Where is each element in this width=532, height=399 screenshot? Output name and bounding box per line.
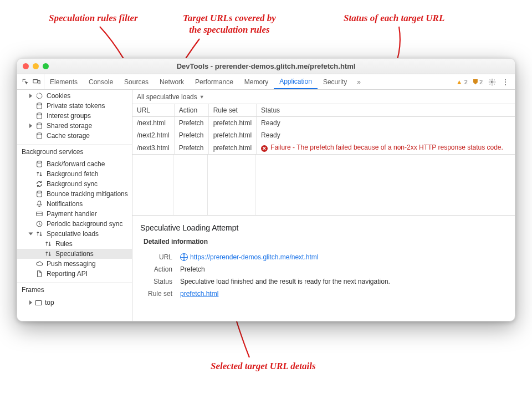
main-panel: All speculative loads ▼ URLActionRule se…: [132, 90, 515, 321]
inspect-icon[interactable]: [22, 78, 29, 86]
sidebar-item-label: Speculative loads: [47, 230, 99, 238]
table-cell-status: Ready: [257, 117, 515, 130]
table-cell-status: Ready: [257, 129, 515, 141]
sidebar-item-label: Shared storage: [47, 122, 92, 130]
tab-application[interactable]: Application: [274, 74, 318, 89]
sidebar-item-private-state-tokens[interactable]: Private state tokens: [17, 101, 132, 111]
sidebar-item-speculative-loads[interactable]: Speculative loads: [17, 229, 132, 239]
sidebar-item-periodic-background-sync[interactable]: Periodic background sync: [17, 219, 132, 229]
sidebar-item-cache-storage[interactable]: Cache storage: [17, 131, 132, 141]
speculation-filter-dropdown[interactable]: All speculative loads ▼: [132, 90, 515, 104]
tab-performance[interactable]: Performance: [190, 74, 239, 89]
tabs-overflow-button[interactable]: »: [352, 74, 365, 89]
table-cell: prefetch.html: [208, 117, 256, 130]
sidebar-item-background-sync[interactable]: Background sync: [17, 179, 132, 189]
kebab-menu-icon[interactable]: ⋮: [502, 78, 509, 86]
tab-console[interactable]: Console: [83, 74, 119, 89]
table-cell: /next2.html: [132, 129, 174, 141]
file-icon: [35, 270, 43, 278]
settings-icon[interactable]: [488, 78, 496, 86]
sidebar-item-interest-groups[interactable]: Interest groups: [17, 111, 132, 121]
sidebar-item-push-messaging[interactable]: Push messaging: [17, 259, 132, 269]
error-icon: ✕: [261, 145, 268, 152]
svg-point-2: [491, 81, 493, 83]
updown-icon: [44, 240, 52, 248]
detail-url-label: URL: [144, 253, 172, 261]
sync-icon: [35, 180, 43, 188]
issue-icon: [473, 79, 478, 85]
sidebar-item-notifications[interactable]: Notifications: [17, 199, 132, 209]
updown-icon: [35, 170, 43, 178]
sidebar-item-bounce-tracking-mitigations[interactable]: Bounce tracking mitigations: [17, 189, 132, 199]
tab-security[interactable]: Security: [318, 74, 352, 89]
sidebar-item-rules[interactable]: Rules: [17, 239, 132, 249]
table-cell: prefetch.html: [208, 129, 256, 141]
detail-panel: Speculative Loading Attempt Detailed inf…: [132, 216, 515, 321]
tab-memory[interactable]: Memory: [239, 74, 274, 89]
speculations-table: URLActionRule setStatus /next.htmlPrefet…: [132, 104, 515, 155]
svg-point-6: [37, 123, 42, 125]
issues-count[interactable]: 2: [473, 79, 483, 85]
application-sidebar: CookiesPrivate state tokensInterest grou…: [17, 90, 132, 321]
table-cell: /next3.html: [132, 141, 174, 154]
table-header-url[interactable]: URL: [132, 104, 174, 117]
device-toggle-icon[interactable]: [33, 78, 40, 86]
annotation-details: Selected target URL details: [211, 360, 316, 372]
sidebar-item-shared-storage[interactable]: Shared storage: [17, 121, 132, 131]
sidebar-item-reporting-api[interactable]: Reporting API: [17, 269, 132, 279]
sidebar-section-background-services: Background services: [17, 144, 132, 158]
tab-elements[interactable]: Elements: [44, 74, 83, 89]
sidebar-section-frames: Frames: [17, 282, 132, 296]
svg-point-8: [37, 161, 42, 163]
detail-url-link[interactable]: https://prerender-demos.glitch.me/next.h…: [190, 253, 318, 261]
sidebar-item-label: Cache storage: [47, 132, 90, 140]
bell-icon: [35, 200, 43, 208]
sidebar-item-label: Speculations: [55, 250, 94, 258]
table-cell: prefetch.html: [208, 141, 256, 154]
warnings-number: 2: [464, 79, 468, 85]
table-header-rule-set[interactable]: Rule set: [208, 104, 256, 117]
db-icon: [35, 190, 43, 198]
sidebar-item-label: Rules: [55, 240, 73, 248]
window-close-button[interactable]: [23, 63, 29, 69]
svg-point-3: [37, 93, 42, 99]
table-row[interactable]: /next3.htmlPrefetchprefetch.html✕Failure…: [132, 141, 515, 154]
warning-icon: ▲: [456, 78, 463, 86]
warnings-count[interactable]: ▲2: [456, 78, 468, 86]
sidebar-item-label: Back/forward cache: [47, 160, 105, 168]
sidebar-item-back-forward-cache[interactable]: Back/forward cache: [17, 159, 132, 169]
sidebar-item-background-fetch[interactable]: Background fetch: [17, 169, 132, 179]
detail-action-value: Prefetch: [180, 265, 205, 273]
table-header-action[interactable]: Action: [174, 104, 208, 117]
db-icon: [35, 122, 43, 130]
window-minimize-button[interactable]: [33, 63, 39, 69]
sidebar-item-cookies[interactable]: Cookies: [17, 91, 132, 101]
detail-status-value: Speculative load finished and the result…: [180, 278, 390, 285]
cookie-icon: [35, 92, 43, 100]
updown-icon: [44, 250, 52, 258]
detail-action-label: Action: [144, 265, 172, 273]
detail-ruleset-link[interactable]: prefetch.html: [180, 290, 218, 298]
tab-sources[interactable]: Sources: [119, 74, 154, 89]
sidebar-item-speculations[interactable]: Speculations: [17, 249, 132, 259]
sidebar-item-frame-top[interactable]: top: [17, 297, 132, 308]
frame-icon: [35, 300, 42, 305]
table-header-status[interactable]: Status: [257, 104, 515, 117]
window-zoom-button[interactable]: [43, 63, 49, 69]
annotation-filter: Speculation rules filter: [49, 12, 138, 24]
filter-label: All speculative loads: [137, 93, 197, 101]
table-empty-area: [132, 155, 515, 216]
table-row[interactable]: /next2.htmlPrefetchprefetch.htmlReady: [132, 129, 515, 141]
window-title: DevTools - prerender-demos.glitch.me/pre…: [17, 62, 515, 70]
sidebar-item-label: Reporting API: [47, 270, 88, 278]
tab-network[interactable]: Network: [154, 74, 190, 89]
sidebar-item-label: Interest groups: [47, 112, 91, 120]
sidebar-item-label: Background fetch: [47, 170, 98, 178]
sidebar-item-label: top: [45, 299, 54, 306]
sidebar-item-label: Notifications: [47, 200, 83, 208]
table-cell: Prefetch: [174, 117, 208, 130]
sidebar-item-label: Push messaging: [47, 260, 96, 268]
table-row[interactable]: /next.htmlPrefetchprefetch.htmlReady: [132, 117, 515, 130]
sidebar-item-payment-handler[interactable]: Payment handler: [17, 209, 132, 219]
detail-status-label: Status: [144, 278, 172, 285]
